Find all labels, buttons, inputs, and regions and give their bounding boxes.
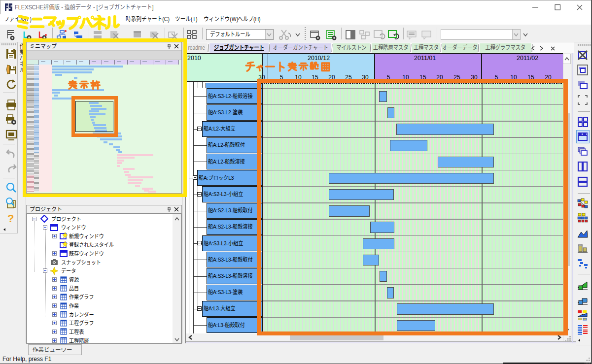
svg-text:?: ?	[7, 213, 14, 225]
